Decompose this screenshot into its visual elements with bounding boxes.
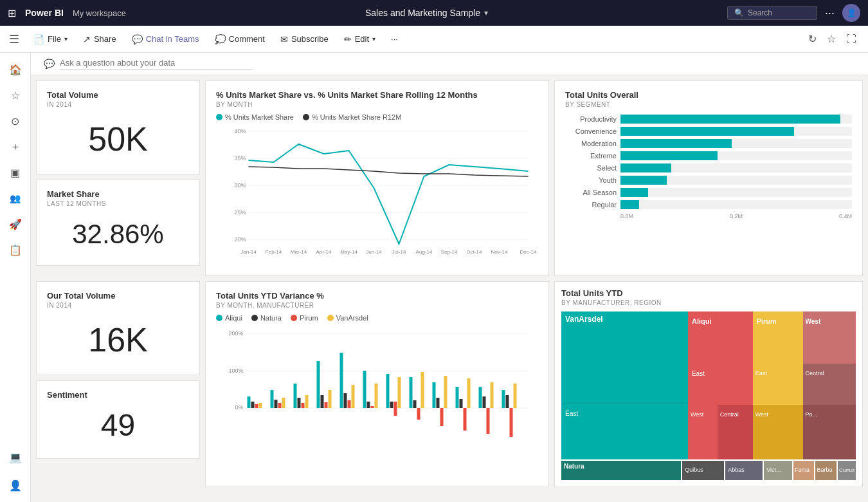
- top-nav: ⊞ Power BI My workspace Sales and Market…: [0, 0, 868, 26]
- svg-text:100%: 100%: [228, 367, 243, 374]
- svg-rect-54: [394, 402, 397, 408]
- sidebar-apps[interactable]: ▣: [4, 161, 27, 184]
- treemap-natura: Natura: [561, 461, 681, 480]
- svg-text:Apr-14: Apr-14: [316, 249, 332, 255]
- subscribe-button[interactable]: ✉ Subscribe: [274, 31, 335, 48]
- refresh-icon[interactable]: ↻: [806, 30, 819, 48]
- svg-rect-56: [398, 377, 401, 408]
- svg-rect-72: [491, 382, 494, 408]
- svg-text:20%: 20%: [234, 236, 246, 243]
- more-toolbar-button[interactable]: ···: [384, 31, 404, 47]
- chevron-icon[interactable]: ▾: [484, 8, 488, 17]
- legend-label-natura: Natura: [260, 314, 282, 322]
- legend-dot-2: [303, 114, 309, 120]
- treemap-vanarsdel: VanArsdel: [561, 311, 688, 404]
- sentiment-card: Sentiment 49: [36, 380, 200, 459]
- svg-text:Mar-14: Mar-14: [291, 249, 307, 255]
- sidebar-learn[interactable]: 🚀: [4, 212, 27, 236]
- more-options-icon[interactable]: ···: [825, 6, 835, 20]
- search-box[interactable]: 🔍 Search: [727, 6, 817, 20]
- hamburger-icon[interactable]: ☰: [9, 32, 19, 46]
- sidebar-monitor[interactable]: 💻: [4, 445, 27, 469]
- hbar-label-convenience: Convenience: [565, 127, 617, 135]
- comment-label: Comment: [229, 34, 265, 44]
- legend-aliqui: Aliqui: [216, 314, 242, 322]
- treemap-abbas-label: Abbas: [728, 467, 745, 473]
- svg-rect-49: [367, 402, 370, 408]
- line-chart-legend: % Units Market Share % Units Market Shar…: [216, 113, 538, 121]
- edit-icon: ✏: [344, 34, 352, 44]
- our-volume-subtitle: IN 2014: [47, 302, 189, 309]
- file-button[interactable]: 📄 File ▾: [27, 31, 74, 48]
- treemap-barba-label: Barba: [817, 467, 832, 473]
- svg-rect-65: [456, 387, 459, 408]
- fullscreen-icon[interactable]: ⛶: [844, 31, 859, 48]
- treemap-right-bot-label: Po...: [806, 411, 818, 418]
- file-chevron: ▾: [64, 35, 68, 42]
- svg-text:Sep-14: Sep-14: [441, 249, 458, 255]
- treemap-natura-label: Natura: [564, 463, 584, 470]
- svg-rect-48: [363, 371, 366, 408]
- svg-rect-50: [371, 406, 374, 408]
- sidebar-account[interactable]: 👤: [4, 474, 27, 497]
- bar-chart-title: Total Units Overall: [565, 90, 852, 100]
- treemap-barba: Barba: [815, 461, 836, 480]
- svg-rect-40: [317, 361, 320, 408]
- svg-rect-68: [467, 378, 471, 408]
- svg-rect-35: [282, 398, 285, 408]
- svg-rect-43: [329, 390, 332, 408]
- chat-label: Chat in Teams: [146, 34, 199, 44]
- treemap-aliqui-central: Central: [718, 405, 753, 460]
- avatar[interactable]: 👤: [842, 4, 860, 22]
- svg-rect-31: [259, 403, 262, 408]
- market-share-card: Market Share LAST 12 MONTHS 32.86%: [36, 180, 200, 266]
- subscribe-icon: ✉: [280, 34, 288, 44]
- legend-label-1: % Units Market Share: [225, 113, 294, 121]
- svg-text:May-14: May-14: [340, 249, 357, 255]
- svg-rect-30: [255, 404, 258, 408]
- svg-rect-53: [390, 402, 393, 408]
- bookmark-icon[interactable]: ☆: [824, 30, 838, 48]
- treemap-quibus: Quibus: [682, 461, 724, 480]
- qa-input[interactable]: [60, 58, 253, 70]
- hbar-row-allseason: All Season: [565, 188, 852, 197]
- market-share-title: Market Share: [47, 189, 189, 199]
- sidebar-create[interactable]: ＋: [4, 135, 27, 158]
- xaxis-0: 0.0M: [620, 213, 633, 219]
- our-volume-card: Our Total Volume IN 2014 16K: [36, 281, 200, 375]
- svg-rect-64: [444, 376, 448, 408]
- file-icon: 📄: [33, 34, 44, 44]
- dashboard: Total Volume IN 2014 50K Market Share LA…: [31, 75, 868, 492]
- treemap-quibus-label: Quibus: [685, 467, 703, 473]
- workspace-label[interactable]: My workspace: [73, 8, 126, 18]
- toolbar-right: ↻ ☆ ⛶: [806, 30, 859, 48]
- svg-text:25%: 25%: [234, 209, 246, 216]
- treemap-vanarsdel-east-label: East: [565, 410, 578, 417]
- legend-label-vanarsdel: VanArsdel: [336, 314, 368, 322]
- sidebar-favorites[interactable]: ☆: [4, 84, 27, 107]
- svg-rect-37: [298, 398, 301, 408]
- svg-rect-61: [433, 382, 436, 408]
- legend-label-pirum: Pirum: [300, 314, 318, 322]
- svg-rect-36: [294, 384, 297, 408]
- svg-rect-32: [271, 390, 274, 408]
- sidebar-home[interactable]: 🏠: [4, 58, 27, 81]
- sidebar-recent[interactable]: ⊙: [4, 109, 27, 133]
- svg-rect-59: [417, 408, 420, 420]
- comment-button[interactable]: 💭 Comment: [208, 31, 271, 48]
- share-button[interactable]: ↗ Share: [77, 31, 123, 48]
- hbar-row-youth: Youth: [565, 176, 852, 185]
- treemap-vanarsdel-east: East: [561, 404, 688, 460]
- svg-rect-38: [302, 403, 305, 408]
- svg-rect-51: [375, 384, 378, 408]
- ytd-variance-svg: 200% 100% 0%: [216, 326, 538, 448]
- svg-text:Jan-14: Jan-14: [240, 249, 257, 255]
- treemap-right-top-label: West: [806, 318, 821, 325]
- chat-button[interactable]: 💬 Chat in Teams: [125, 31, 206, 48]
- hbar-label-select: Select: [565, 164, 617, 172]
- sidebar-workspaces[interactable]: 📋: [4, 238, 27, 261]
- edit-button[interactable]: ✏ Edit ▾: [338, 31, 382, 48]
- sidebar-people[interactable]: 👥: [4, 187, 27, 210]
- report-title: Sales and Marketing Sample: [365, 8, 480, 18]
- svg-rect-69: [479, 387, 482, 408]
